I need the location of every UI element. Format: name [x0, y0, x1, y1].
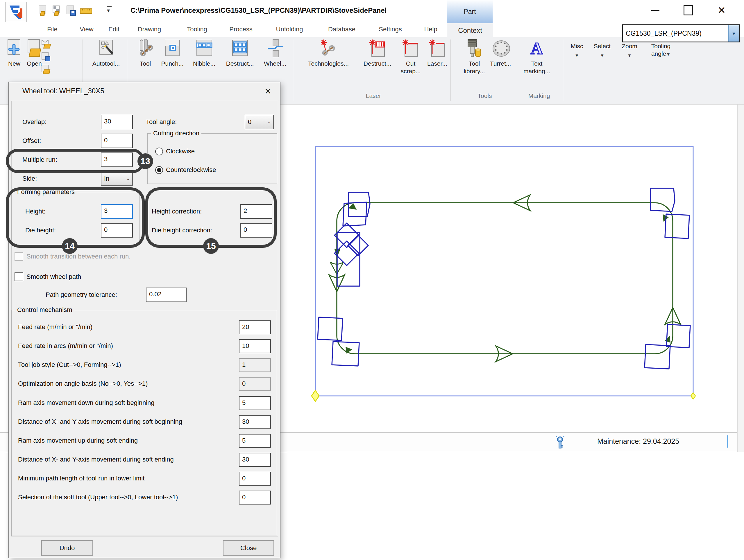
smooth-wheel-path-label: Smooth wheel path: [27, 273, 81, 281]
tool-angle-dropdown[interactable]: 0⌄: [245, 115, 274, 129]
overlap-label: Overlap:: [23, 118, 46, 126]
open-part-icon[interactable]: [38, 5, 49, 17]
menu-file[interactable]: File: [47, 26, 57, 33]
chevron-down-icon: ▼: [666, 52, 670, 57]
overlap-input[interactable]: 30: [101, 115, 133, 129]
cm-row-input[interactable]: 5: [239, 434, 271, 448]
text-marking-button[interactable]: A Text marking...: [519, 39, 554, 75]
chevron-down-icon[interactable]: ▼: [728, 25, 739, 42]
tool-button[interactable]: Tool: [132, 39, 158, 67]
technologies-button[interactable]: Technologies...: [298, 39, 359, 67]
button-label: Tool: [132, 60, 158, 67]
smooth-transition-checkbox: [14, 252, 23, 261]
measure-icon[interactable]: [80, 5, 91, 17]
turret-button[interactable]: Turret...: [484, 39, 516, 67]
menu-tooling[interactable]: Tooling: [187, 26, 207, 33]
cm-row-label: Ram axis movement down during soft begin…: [18, 399, 155, 407]
nibble-button[interactable]: Nibble...: [189, 39, 219, 67]
dialog-close-icon[interactable]: ✕: [261, 85, 275, 97]
die-height-input[interactable]: 0: [101, 223, 133, 238]
import-icon[interactable]: [41, 39, 52, 49]
menu-help[interactable]: Help: [424, 26, 437, 33]
new-button[interactable]: New: [3, 39, 26, 67]
select-dropdown[interactable]: Select ▼: [589, 42, 615, 58]
laser-destruct-button[interactable]: Destruct...: [361, 39, 394, 67]
height-input[interactable]: 3: [101, 204, 133, 219]
height-correction-input[interactable]: 2: [240, 204, 272, 219]
technologies-icon: [320, 39, 337, 58]
dialog-title: Wheel tool: WHEEL_30X5: [23, 87, 104, 95]
tab-context[interactable]: Context: [447, 23, 493, 38]
save-icon[interactable]: [66, 5, 77, 17]
zoom-dropdown[interactable]: Zoom ▼: [617, 42, 642, 58]
die-height-correction-input[interactable]: 0: [240, 223, 272, 238]
button-label: Technologies...: [298, 60, 359, 67]
menu-edit[interactable]: Edit: [108, 26, 119, 33]
autotool-button[interactable]: Autotool...: [87, 39, 125, 67]
part-selector-dropdown[interactable]: CG1530_LSR_(PPCN39) ▼: [622, 25, 740, 42]
cm-row-input[interactable]: 30: [239, 415, 271, 429]
cm-row-input[interactable]: 30: [239, 453, 271, 467]
origin-marker: [311, 390, 319, 401]
button-label: Cut: [396, 60, 425, 67]
cm-row-label: Selection of the soft tool (Upper tool--…: [18, 493, 178, 501]
save-as-icon[interactable]: [41, 52, 52, 62]
ribbon-separator: [293, 40, 293, 101]
ribbon-separator: [564, 40, 564, 101]
laser-button[interactable]: Laser...: [425, 39, 450, 67]
cm-row-label: Feed rate (m/min or "/min): [18, 323, 92, 331]
cm-row-input[interactable]: 20: [239, 320, 271, 334]
menu-view[interactable]: View: [80, 26, 93, 33]
wheel-button[interactable]: Wheel...: [260, 39, 290, 67]
maximize-button[interactable]: [681, 3, 695, 17]
menu-drawing[interactable]: Drawing: [138, 26, 161, 33]
cut-scrap-button[interactable]: Cut scrap...: [396, 39, 425, 75]
clockwise-radio[interactable]: [155, 148, 163, 155]
button-label-2: marking...: [519, 67, 554, 75]
turret-icon: [492, 39, 509, 58]
cm-row-input[interactable]: 0: [239, 490, 271, 505]
misc-dropdown[interactable]: Misc ▼: [565, 42, 589, 58]
undo-button[interactable]: Undo: [41, 540, 93, 556]
tooling-angle-dropdown[interactable]: Tooling angle▼: [642, 42, 680, 58]
path-tolerance-input[interactable]: 0.02: [146, 287, 187, 302]
qat-customize-icon[interactable]: ▾: [107, 7, 112, 7]
offset-label: Offset:: [23, 137, 41, 145]
side-dropdown[interactable]: In⌄: [101, 171, 133, 186]
new-part-icon: [5, 39, 23, 58]
contextual-tab-group-part: Part: [447, 0, 493, 23]
cm-row-input[interactable]: 10: [239, 339, 271, 353]
export-icon[interactable]: [41, 65, 52, 75]
button-label: Text: [519, 60, 554, 67]
side-label: Side:: [23, 175, 37, 183]
destruct-icon: [231, 39, 249, 58]
cm-row-input[interactable]: 5: [239, 396, 271, 410]
tool-angle-label: Tool angle:: [146, 118, 177, 126]
tool-icon: [137, 39, 154, 58]
corner-marker: [691, 393, 696, 399]
punch-button[interactable]: Punch...: [158, 39, 187, 67]
close-window-button[interactable]: ✕: [715, 3, 728, 17]
open-pattern-icon[interactable]: [52, 5, 63, 17]
cm-row-input: 1: [239, 358, 271, 372]
button-label: Laser...: [425, 60, 450, 67]
menu-unfolding[interactable]: Unfolding: [276, 26, 303, 33]
smooth-wheel-path-checkbox[interactable]: [14, 273, 23, 281]
menu-settings[interactable]: Settings: [379, 26, 402, 33]
destruct-button[interactable]: Destruct...: [222, 39, 258, 67]
button-label-2: scrap...: [396, 67, 425, 75]
menu-process[interactable]: Process: [229, 26, 252, 33]
offset-input[interactable]: 0: [101, 133, 133, 148]
close-button[interactable]: Close: [223, 540, 274, 556]
laser-icon: [429, 39, 446, 58]
cm-row-input[interactable]: 0: [239, 472, 271, 486]
cm-row-label: Optimization on angle basis (No-->0, Yes…: [18, 380, 148, 388]
app-window: ▾ C:\Prima Power\ncexpress\CG1530_LSR_(P…: [0, 0, 744, 560]
menu-database[interactable]: Database: [328, 26, 356, 33]
die-height-correction-label: Die height correction:: [152, 227, 212, 234]
multiple-run-input[interactable]: 3: [101, 153, 133, 167]
counterclockwise-radio[interactable]: [155, 166, 163, 174]
minimize-button[interactable]: [649, 3, 662, 17]
vertical-scrollbar[interactable]: [737, 105, 744, 452]
app-logo-button[interactable]: [5, 2, 27, 22]
